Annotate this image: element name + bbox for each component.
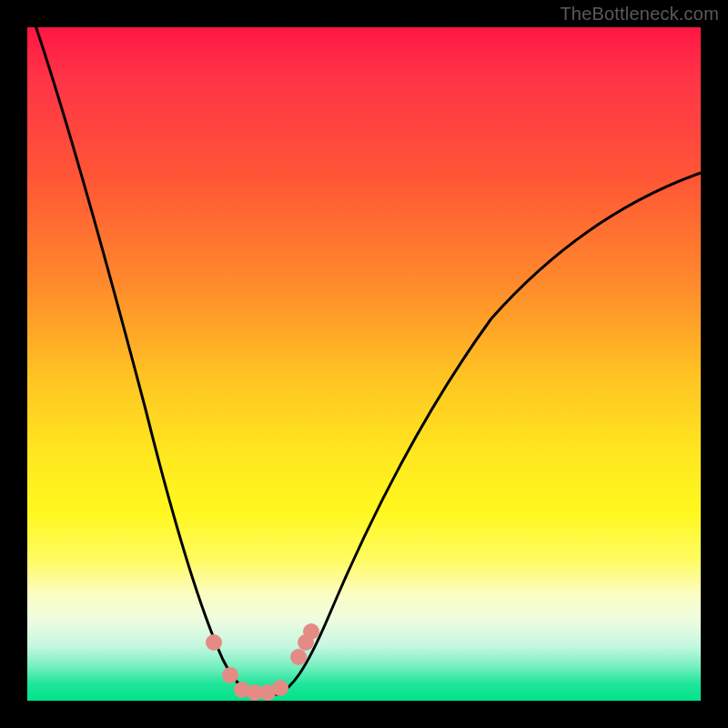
watermark-text: TheBottleneck.com <box>560 4 719 25</box>
marker-dot <box>272 680 288 696</box>
plot-area <box>27 27 701 701</box>
marker-dot <box>206 634 222 651</box>
marker-dot <box>303 623 319 640</box>
curve-layer <box>27 27 701 701</box>
marker-dot <box>290 649 307 665</box>
bottleneck-curve <box>35 23 701 694</box>
marker-dot <box>222 667 238 683</box>
chart-frame: TheBottleneck.com <box>0 0 728 728</box>
